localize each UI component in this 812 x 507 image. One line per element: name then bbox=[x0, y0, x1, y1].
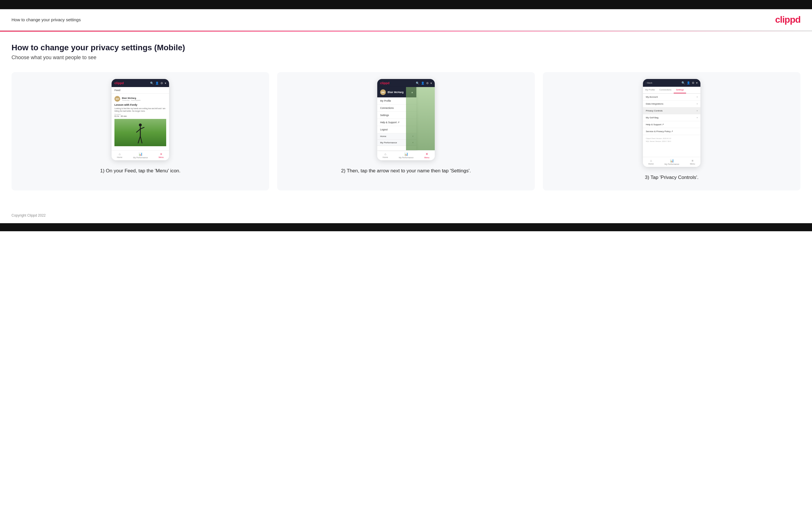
step-3-card: ‹ Back 🔍 👤 ⚙ ▾ My Profile Connections Se… bbox=[543, 72, 801, 190]
step-2-mockup: clippd 🔍 👤 ⚙ ▾ bbox=[377, 79, 435, 160]
mockup2-footer: ⌂ Home 📊 My Performance ✕ Menu bbox=[377, 150, 435, 160]
post-date: Yesterday · Sunningdale bbox=[122, 99, 141, 101]
mockup1-icons: 🔍 👤 ⚙ ▾ bbox=[150, 81, 166, 85]
footer2-home-label: Home bbox=[383, 156, 388, 158]
footer3-performance: 📊 My Performance bbox=[664, 159, 679, 165]
myaccount-label: My Account bbox=[646, 96, 658, 98]
user-icon3: 👤 bbox=[687, 81, 690, 84]
version-line2: SQL Server Version: 2022.7.30-1 bbox=[646, 140, 698, 143]
settings-icon: ⚙ bbox=[160, 81, 163, 85]
user-icon: 👤 bbox=[155, 81, 159, 85]
mockup2-body: BM Blair McHarg ▲ My Profile Connections bbox=[377, 87, 435, 150]
step-2-mockup-container: clippd 🔍 👤 ⚙ ▾ bbox=[377, 79, 435, 160]
footer-performance: 📊 My Performance bbox=[133, 152, 148, 159]
dataintegrations-chevron: › bbox=[697, 103, 698, 105]
settings-item-mygolfbag[interactable]: My Golf Bag › bbox=[643, 114, 701, 121]
home-icon2: ⌂ bbox=[385, 152, 387, 156]
mygolfbag-label: My Golf Bag bbox=[646, 116, 658, 119]
golf-image bbox=[114, 119, 166, 146]
step-2-caption: 2) Then, tap the arrow next to your name… bbox=[341, 167, 471, 175]
serviceprivacy-label: Service & Privacy Policy ↗ bbox=[646, 130, 673, 133]
step-2-card: clippd 🔍 👤 ⚙ ▾ bbox=[277, 72, 535, 190]
footer2-menu-label: Menu bbox=[424, 157, 429, 159]
footer2-home: ⌂ Home bbox=[383, 152, 388, 159]
mockup1-footer: ⌂ Home 📊 My Performance ≡ Menu bbox=[111, 150, 169, 160]
menu-icon: ≡ bbox=[160, 152, 162, 156]
mockup3-footer: ⌂ Home 📊 My Performance ≡ Menu bbox=[643, 157, 701, 167]
settings-icon2: ⚙ bbox=[426, 81, 429, 85]
menu-user-left: BM Blair McHarg bbox=[380, 89, 404, 95]
mockup2-logo: clippd bbox=[380, 81, 389, 85]
mockup1-logo: clippd bbox=[114, 81, 123, 85]
footer-menu-label: Menu bbox=[159, 156, 164, 158]
settings-label: Settings bbox=[380, 114, 389, 117]
tab-connections[interactable]: Connections bbox=[657, 87, 674, 93]
duration: 01 hr : 30 min bbox=[114, 115, 166, 117]
user-icon2: 👤 bbox=[421, 81, 424, 85]
footer-home-label: Home bbox=[117, 156, 122, 158]
mockup3-icons: 🔍 👤 ⚙ ▾ bbox=[681, 81, 698, 84]
settings-item-serviceprivacy[interactable]: Service & Privacy Policy ↗ bbox=[643, 128, 701, 135]
page-heading: How to change your privacy settings (Mob… bbox=[11, 43, 801, 52]
footer-home: ⌂ Home bbox=[117, 152, 122, 159]
footer2-performance-label: My Performance bbox=[399, 157, 413, 159]
settings-back-bar: ‹ Back 🔍 👤 ⚙ ▾ bbox=[643, 79, 701, 87]
settings-body: My Account › Data Integrations › Privacy… bbox=[643, 94, 701, 157]
step-1-mockup: clippd 🔍 👤 ⚙ ▾ Feed BM bbox=[111, 79, 169, 160]
footer2-performance: 📊 My Performance bbox=[399, 152, 413, 159]
header: How to change your privacy settings clip… bbox=[0, 9, 812, 31]
performance-section-label: My Performance bbox=[380, 141, 397, 144]
avatar: BM bbox=[114, 96, 120, 102]
mockup1-body: Feed BM Blair McHarg Yesterday · Sunning… bbox=[111, 87, 169, 150]
home-icon: ⌂ bbox=[119, 152, 121, 156]
dataintegrations-label: Data Integrations bbox=[646, 103, 663, 105]
home-icon3: ⌂ bbox=[650, 159, 652, 162]
footer3-menu: ≡ Menu bbox=[690, 159, 695, 165]
menu-username: Blair McHarg bbox=[388, 91, 404, 94]
chevron-icon2: ▾ bbox=[430, 81, 432, 85]
privacycontrols-label: Privacy Controls bbox=[646, 109, 662, 112]
post-user-info: Blair McHarg Yesterday · Sunningdale bbox=[122, 97, 141, 101]
settings-icon3: ⚙ bbox=[692, 81, 695, 84]
help-label: Help & Support ↗ bbox=[380, 121, 400, 124]
version-line1: Clippd Client Version: 2022.8.3-3 bbox=[646, 137, 698, 140]
svg-line-5 bbox=[140, 136, 142, 143]
post-user: BM Blair McHarg Yesterday · Sunningdale bbox=[114, 96, 166, 102]
logo: clippd bbox=[775, 14, 801, 25]
top-bar bbox=[0, 0, 812, 9]
chart-icon: 📊 bbox=[139, 152, 143, 156]
back-button[interactable]: ‹ Back bbox=[646, 81, 652, 84]
helpsupport-label: Help & Support ↗ bbox=[646, 123, 664, 126]
mygolfbag-chevron: › bbox=[697, 116, 698, 119]
svg-line-2 bbox=[136, 129, 140, 132]
tab-myprofile[interactable]: My Profile bbox=[643, 87, 657, 93]
chevron-icon3: ▾ bbox=[696, 81, 698, 84]
chart-icon2: 📊 bbox=[404, 152, 408, 156]
settings-item-dataintegrations[interactable]: Data Integrations › bbox=[643, 101, 701, 107]
myaccount-chevron: › bbox=[697, 96, 698, 98]
privacycontrols-chevron: › bbox=[697, 109, 698, 112]
feed-post: BM Blair McHarg Yesterday · Sunningdale … bbox=[111, 94, 169, 149]
svg-line-4 bbox=[138, 136, 140, 143]
step-1-caption: 1) On your Feed, tap the 'Menu' icon. bbox=[100, 167, 181, 175]
search-icon3: 🔍 bbox=[681, 81, 685, 84]
steps-row: clippd 🔍 👤 ⚙ ▾ Feed BM bbox=[11, 72, 801, 190]
svg-line-3 bbox=[140, 127, 144, 129]
step-1-card: clippd 🔍 👤 ⚙ ▾ Feed BM bbox=[11, 72, 269, 190]
settings-item-privacycontrols[interactable]: Privacy Controls › bbox=[643, 107, 701, 114]
chart-icon3: 📊 bbox=[670, 159, 674, 163]
connections-label: Connections bbox=[380, 107, 394, 109]
footer-menu: ≡ Menu bbox=[159, 152, 164, 159]
footer3-home: ⌂ Home bbox=[648, 159, 654, 165]
footer3-performance-label: My Performance bbox=[664, 163, 679, 165]
settings-item-myaccount[interactable]: My Account › bbox=[643, 94, 701, 101]
svg-point-0 bbox=[139, 123, 142, 126]
settings-tabs: My Profile Connections Settings bbox=[643, 87, 701, 94]
step-3-caption: 3) Tap 'Privacy Controls'. bbox=[645, 174, 699, 181]
header-title: How to change your privacy settings bbox=[11, 17, 81, 22]
settings-item-helpsupport[interactable]: Help & Support ↗ bbox=[643, 121, 701, 128]
page-footer: Copyright Clippd 2022 bbox=[0, 208, 812, 223]
footer-performance-label: My Performance bbox=[133, 157, 148, 159]
search-icon: 🔍 bbox=[150, 81, 154, 85]
tab-settings[interactable]: Settings bbox=[674, 87, 686, 93]
